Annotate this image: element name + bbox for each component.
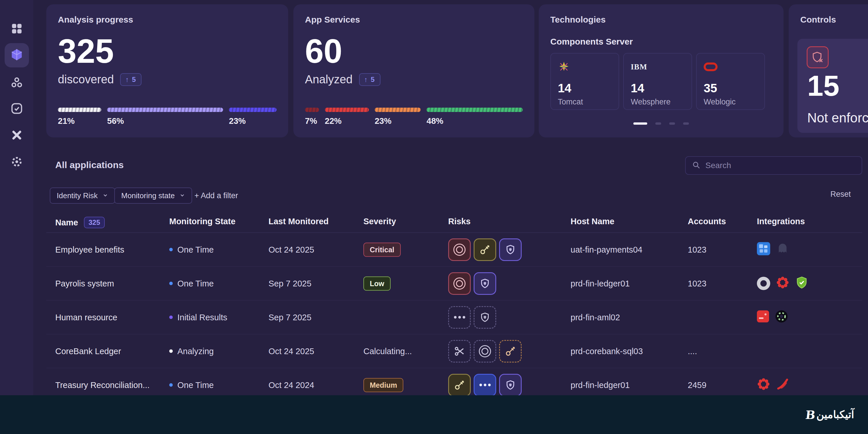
tomcat-logo-icon	[558, 61, 572, 73]
key-icon[interactable]	[448, 374, 471, 396]
sidebar-item-compliance[interactable]	[5, 97, 29, 121]
sidebar-item-tools[interactable]	[5, 124, 29, 148]
filter-chip-label: Identity Risk	[57, 191, 98, 200]
filter-chip-identity-risk[interactable]: Identity Risk	[50, 187, 115, 204]
last-monitored: Sep 7 2025	[269, 312, 311, 322]
state-dot	[169, 349, 173, 353]
app-name: Employee benefits	[55, 245, 124, 254]
pagination-dot[interactable]	[669, 122, 675, 125]
accounts-count: 1023	[688, 245, 707, 254]
app-services-card: App Services 60 Analyzed ↑ 5 7% 22% 23% …	[293, 4, 534, 137]
host-name: prd-fin-ledger01	[570, 380, 630, 390]
card-title: Controls	[800, 15, 836, 25]
tech-count: 35	[704, 81, 717, 95]
column-header-host-name: Host Name	[570, 217, 615, 226]
ellipsis-icon[interactable]	[474, 374, 496, 396]
key-icon[interactable]	[474, 239, 496, 261]
app-name: Human resource	[55, 312, 117, 322]
shield-icon[interactable]	[499, 239, 522, 261]
state-dot	[169, 383, 173, 387]
severity-badge: Critical	[363, 243, 401, 257]
reset-filters-button[interactable]: Reset	[830, 190, 851, 199]
ghost-icon	[776, 242, 789, 257]
column-header-accounts: Accounts	[688, 217, 726, 226]
ibm-logo-icon: IBM	[631, 61, 645, 73]
filter-chip-monitoring-state[interactable]: Monitoring state	[114, 187, 192, 204]
grid-icon	[10, 22, 23, 36]
progress-bar-label: 7%	[305, 116, 319, 126]
discovered-label: discovered	[58, 73, 114, 86]
tech-count: 14	[558, 81, 571, 95]
app-screen: Analysis progress 325 discovered ↑ 5 21%…	[0, 0, 868, 434]
shield-icon[interactable]	[474, 306, 496, 329]
progress-bar	[325, 107, 369, 112]
progress-bar	[375, 107, 421, 112]
oracle-logo-icon	[704, 61, 717, 73]
progress-bar	[107, 107, 223, 112]
shield-icon[interactable]	[499, 374, 522, 396]
host-name: prd-fin-ledger01	[570, 279, 630, 288]
red-flower-icon	[776, 276, 789, 291]
brand-name: آتیکبامین	[816, 408, 854, 421]
credential-icon[interactable]	[448, 272, 471, 295]
sidebar-item-settings[interactable]	[5, 150, 29, 175]
pagination-dot[interactable]	[633, 122, 647, 125]
accounts-count: 1023	[688, 279, 707, 288]
card-title: Technologies	[550, 15, 606, 25]
risk-icons	[448, 374, 522, 396]
credential-icon[interactable]	[474, 340, 496, 363]
technologies-card: Technologies Components Server 14 Tomcat…	[539, 4, 783, 137]
last-monitored: Oct 24 2024	[269, 380, 314, 390]
app-name: Treasury Reconciliation...	[55, 380, 150, 390]
last-monitored: Oct 24 2025	[269, 346, 314, 356]
pagination-dot[interactable]	[655, 122, 661, 125]
monitoring-state: Analyzing	[177, 346, 214, 356]
check-square-icon	[10, 102, 23, 116]
app-services-bars: 7% 22% 23% 48%	[305, 107, 523, 126]
progress-bar-label: 23%	[375, 116, 421, 126]
delta-badge: ↑ 5	[120, 73, 142, 86]
shield-icon[interactable]	[474, 272, 496, 295]
tech-tile-weblogic: 35 Weblogic	[696, 53, 765, 110]
column-header-severity: Severity	[363, 217, 396, 226]
tech-label: Tomcat	[558, 97, 583, 106]
sidebar-item-dashboard[interactable]	[5, 17, 29, 41]
integration-icons	[757, 242, 789, 257]
table-row[interactable]: CoreBank Ledger Analyzing Oct 24 2025 Ca…	[46, 335, 862, 368]
progress-bar	[229, 107, 277, 112]
column-header-integrations: Integrations	[757, 217, 805, 226]
host-name: prd-fin-aml02	[570, 312, 620, 322]
tech-pagination	[539, 122, 783, 125]
scissors-icon[interactable]	[448, 340, 471, 363]
analysis-progress-card: Analysis progress 325 discovered ↑ 5 21%…	[46, 4, 288, 137]
add-filter-button[interactable]: + Add a filter	[194, 191, 238, 200]
cube-icon	[10, 48, 24, 62]
card-title: Analysis progress	[58, 15, 133, 25]
accounts-count: ....	[688, 346, 697, 356]
table-row[interactable]: Human resource Initial Results Sep 7 202…	[46, 301, 862, 335]
sidebar-item-applications[interactable]	[5, 43, 29, 67]
chevron-down-icon	[102, 191, 108, 200]
monitoring-state: One Time	[177, 380, 214, 390]
severity-calculating: Calculating...	[363, 346, 412, 355]
credential-icon[interactable]	[448, 239, 471, 261]
row-count-badge: 325	[84, 217, 105, 228]
tech-count: 14	[631, 81, 644, 95]
key-icon[interactable]	[499, 340, 522, 363]
not-enforcing-label: Not enforcing	[807, 110, 868, 126]
pagination-dot[interactable]	[683, 122, 689, 125]
search-box[interactable]	[685, 156, 862, 175]
table-row[interactable]: Employee benefits One Time Oct 24 2025 C…	[46, 233, 862, 267]
delta-badge: ↑ 5	[359, 73, 380, 86]
search-input[interactable]	[705, 161, 855, 170]
progress-bar-label: 22%	[325, 116, 369, 126]
risk-icons	[448, 272, 496, 295]
ellipsis-icon[interactable]	[448, 306, 471, 329]
column-header-risks: Risks	[448, 217, 470, 226]
sidebar-item-clusters[interactable]	[5, 71, 29, 95]
blue-app-icon	[757, 242, 770, 257]
app-name: Payrolis system	[55, 279, 114, 288]
components-server-subtitle: Components Server	[550, 37, 633, 46]
app-name: CoreBank Ledger	[55, 346, 121, 356]
table-row[interactable]: Payrolis system One Time Sep 7 2025 Low …	[46, 267, 862, 301]
